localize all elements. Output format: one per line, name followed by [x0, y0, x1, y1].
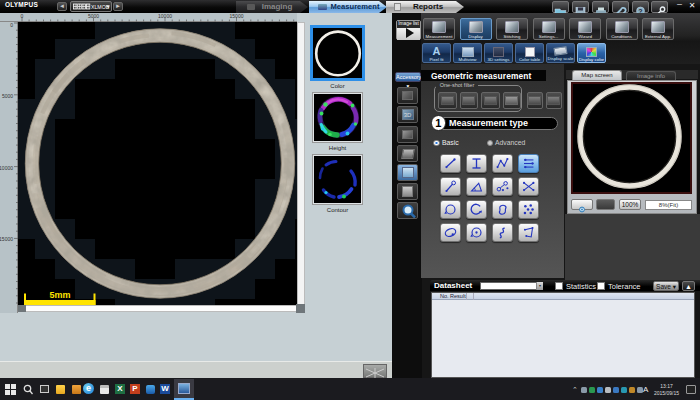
svg-text:5mm: 5mm [49, 290, 70, 300]
svg-text:0: 0 [21, 13, 24, 19]
svg-text:15000: 15000 [0, 236, 13, 242]
svg-text:10000: 10000 [158, 13, 172, 19]
svg-text:5000: 5000 [2, 93, 13, 99]
svg-text:0: 0 [10, 22, 13, 28]
svg-text:10000: 10000 [0, 165, 13, 171]
svg-text:15000: 15000 [230, 13, 244, 19]
svg-text:5000: 5000 [88, 13, 99, 19]
